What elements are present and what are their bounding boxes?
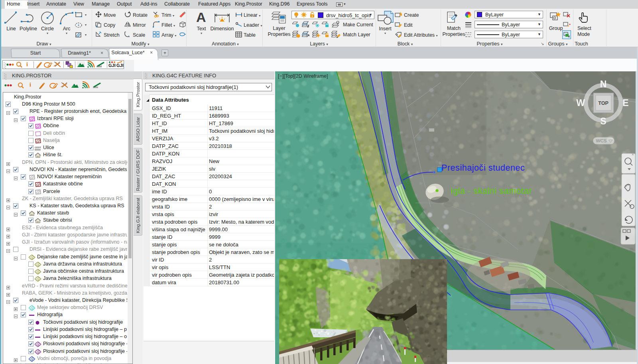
svg-text:CEST: CEST bbox=[35, 146, 41, 149]
svg-text:TOP: TOP bbox=[598, 100, 608, 106]
svg-text:GJI: GJI bbox=[108, 63, 116, 68]
svg-text:E: E bbox=[622, 98, 628, 108]
svg-text:Igla - skalni samotar: Igla - skalni samotar bbox=[451, 186, 532, 196]
svg-text:GJI: GJI bbox=[116, 63, 124, 68]
svg-text:×: × bbox=[632, 152, 634, 157]
svg-text:W: W bbox=[576, 98, 585, 108]
svg-text:S: S bbox=[600, 116, 606, 126]
svg-text:Presihajoči studenec: Presihajoči studenec bbox=[441, 163, 525, 173]
svg-text:WCS: WCS bbox=[596, 138, 607, 143]
svg-text:N: N bbox=[600, 79, 607, 89]
